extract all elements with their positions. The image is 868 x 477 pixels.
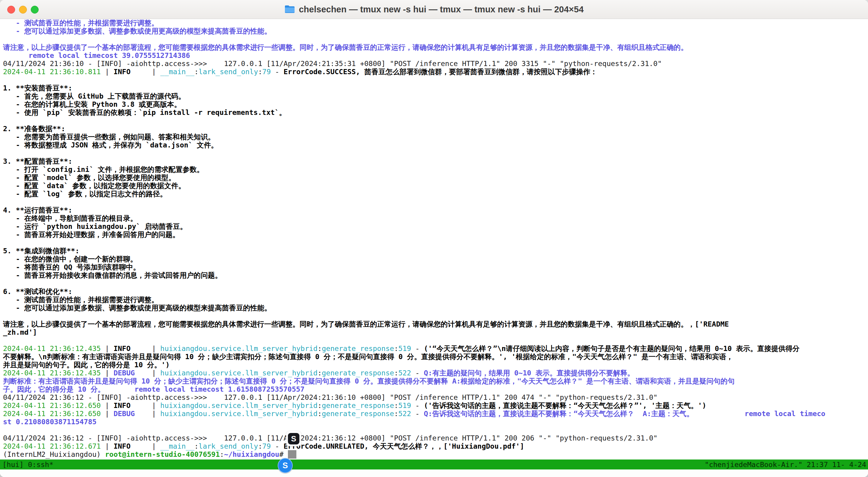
terminal-text-segment: 并且是疑问句的句子。因此，它的得分是 10 分。'): [3, 361, 169, 369]
terminal-text-segment: lark_send_only: [198, 68, 258, 76]
terminal-text-segment: #: [279, 450, 283, 458]
terminal-line: 2024-04-11 21:36:12.671 | INFO | __main_…: [3, 442, 868, 450]
close-button[interactable]: [7, 6, 15, 13]
terminal-line: 3. **配置茴香豆**:: [3, 158, 868, 166]
tmux-session-label: [hui] 0:ssh*: [0, 461, 54, 469]
sogou-input-indicator[interactable]: S: [286, 431, 301, 446]
terminal-text-segment: remote local timeco: [745, 409, 826, 418]
terminal-text-segment: huixiangdou.service.llm_server_hybrid: [160, 401, 317, 410]
terminal-line: 5. **集成到微信群**:: [3, 247, 868, 255]
terminal-text-segment: - 配置 `data` 参数，以指定您要使用的数据文件。: [3, 181, 185, 190]
terminal-text-segment: 2024-04-11 21:36:12.650: [3, 409, 101, 418]
terminal-text-segment: |: [148, 401, 160, 410]
terminal-line: 2024-04-11 21:36:12.435 | DEBUG | huixia…: [3, 369, 868, 377]
terminal-line: - 在您的计算机上安装 Python 3.8 或更高版本。: [3, 100, 868, 108]
terminal-line: 请注意，以上步骤仅提供了一个基本的部署流程，您可能需要根据您的具体需求进行一些调…: [3, 320, 868, 328]
terminal-text-segment: - 配置 `model` 参数，以选择您要使用的模型。: [3, 173, 175, 182]
terminal-text-segment: Q:告诉我这句话的主题，直接说主题不要解释：“今天天气怎么样？ A:主题：天气。: [424, 409, 693, 418]
terminal-text-segment: st 0.21080803871154785: [3, 418, 97, 426]
terminal-text-segment: |: [148, 409, 160, 418]
terminal-line: - 茴香豆将开始处理数据，并准备回答用户的问题。: [3, 231, 868, 239]
terminal-text-segment: ~/huixiangdou: [224, 450, 279, 458]
terminal-text-segment: :: [258, 68, 262, 76]
terminal-text-segment: 522: [398, 369, 411, 377]
titlebar[interactable]: chelsechen — tmux new -s hui — tmux — tm…: [0, 0, 868, 19]
terminal-text-segment: - 在您的计算机上安装 Python 3.8 或更高版本。: [3, 100, 181, 108]
terminal-text-segment: - 茴香豆将开始处理数据，并准备回答用户的问题。: [3, 230, 180, 239]
terminal-content[interactable]: - 测试茴香豆的性能，并根据需要进行调整。 - 您可以通过添加更多数据、调整参数…: [0, 19, 868, 459]
terminal-line: 6. **测试和优化**:: [3, 287, 868, 296]
terminal-line: _zh.md']: [3, 328, 868, 337]
terminal-line: - 茴香豆将开始接收来自微信群的消息，并尝试回答用户的问题。: [3, 271, 868, 279]
terminal-text-segment: INFO: [114, 442, 148, 450]
terminal-text-segment: 04/11/2024 21:36:10 - [INFO] -aiohttp.ac…: [3, 59, 662, 68]
terminal-text-segment: - 测试茴香豆的性能，并根据需要进行调整。: [3, 296, 158, 304]
tmux-statusbar: [hui] 0:ssh* "chenjiedeMacBook-Air." 21:…: [0, 459, 868, 470]
terminal-text-segment: remote local timecost 39.0755512714386: [3, 51, 190, 60]
terminal-text-segment: :: [394, 344, 398, 353]
terminal-text-segment: 判断标准：有主语谓语宾语并且是疑问句得 10 分；缺少主谓宾扣分；陈述句直接得 …: [3, 377, 735, 385]
terminal-text-segment: 2024-04-11 21:36:12.650: [3, 401, 101, 410]
terminal-text-segment: :: [394, 409, 398, 418]
terminal-text-segment: [105, 385, 134, 394]
terminal-text-segment: _zh.md']: [3, 328, 37, 337]
terminal-line: - 您可以通过添加更多数据、调整参数或使用更高级的模型来提高茴香豆的性能。: [3, 27, 868, 35]
terminal-text-segment: 请注意，以上步骤仅提供了一个基本的部署流程，您可能需要根据您的具体需求进行一些调…: [3, 43, 688, 52]
terminal-text-segment: ('告诉我这句话的主题，直接说主题不要解释：“今天天气怎么样？”', '主题：天…: [424, 401, 706, 410]
terminal-line: 判断标准：有主语谓语宾语并且是疑问句得 10 分；缺少主谓宾扣分；陈述句直接得 …: [3, 377, 868, 385]
terminal-line: 4. **运行茴香豆**:: [3, 206, 868, 214]
terminal-text-segment: - 您可以通过添加更多数据、调整参数或使用更高级的模型来提高茴香豆的性能。: [3, 304, 271, 312]
terminal-text-segment: 4. **运行茴香豆**:: [3, 206, 72, 214]
terminal-line: - 运行 `python huixiangdou.py` 启动茴香豆。: [3, 223, 868, 231]
terminal-text-segment: -: [271, 68, 283, 76]
terminal-text-segment: |: [101, 68, 114, 76]
terminal-line: 并且是疑问句的句子。因此，它的得分是 10 分。'): [3, 361, 868, 369]
terminal-line: 2024-04-11 21:36:12.650 | DEBUG | huixia…: [3, 410, 868, 418]
terminal-text-segment: :: [194, 68, 198, 76]
terminal-text-segment: -: [411, 344, 424, 353]
terminal-line: [3, 239, 868, 247]
terminal-text-segment: :: [258, 442, 262, 450]
terminal-line: - 将茴香豆的 QQ 号添加到该群聊中。: [3, 263, 868, 271]
terminal-line: 04/11/2024 21:36:12 - [INFO] -aiohttp.ac…: [3, 394, 868, 402]
terminal-line: [3, 35, 868, 43]
terminal-text-segment: 1. **安装茴香豆**:: [3, 84, 72, 92]
terminal-text-segment: 2024-04-11 21:36:10.811: [3, 68, 101, 76]
terminal-line: 2024-04-11 21:36:10.811 | INFO | __main_…: [3, 68, 868, 76]
minimize-button[interactable]: [19, 6, 27, 13]
terminal-line: [3, 279, 868, 287]
terminal-text-segment: :: [317, 401, 322, 410]
terminal-text-segment: DEBUG: [114, 369, 148, 377]
terminal-line: - 配置 `log` 参数，以指定日志文件的路径。: [3, 190, 868, 198]
terminal-text-segment: lark_send_only: [198, 442, 258, 450]
terminal-text-segment: |: [148, 68, 160, 76]
sogou-blue-icon[interactable]: S: [278, 458, 293, 473]
terminal-line: [3, 117, 868, 125]
terminal-line: - 首先，您需要从 GitHub 上下载茴香豆的源代码。: [3, 92, 868, 100]
terminal-line: - 测试茴香豆的性能，并根据需要进行调整。: [3, 19, 868, 27]
terminal-text-segment: ErrorCode.SUCCESS, 茴香豆怎么部署到微信群，要部署茴香豆到微信…: [284, 68, 597, 76]
terminal-text-segment: 子。因此，它的得分是 10 分。: [3, 385, 105, 394]
terminal-line: 不要解释。\n判断标准：有主语谓语宾语并且是疑问句得 10 分；缺少主谓宾扣分；…: [3, 353, 868, 361]
window-title-text: chelsechen — tmux new -s hui — tmux — tm…: [299, 4, 584, 14]
terminal-line: - 配置 `data` 参数，以指定您要使用的数据文件。: [3, 182, 868, 190]
terminal-text-segment: ErrorCode.UNRELATED, 今天天气怎么样？，，['Huixian…: [284, 442, 524, 450]
terminal-line: 04/11/2024 21:36:10 - [INFO] -aiohttp.ac…: [3, 60, 868, 68]
terminal-text-segment: generate_response: [322, 401, 394, 410]
terminal-text-segment: :: [317, 344, 322, 353]
terminal-text-segment: Q:有主题的疑问句，结果用 0~10 表示。直接提供得分不要解释。: [424, 369, 634, 377]
terminal-text-segment: - 测试茴香豆的性能，并根据需要进行调整。: [3, 19, 158, 27]
terminal-text-segment: - 茴香豆将开始接收来自微信群的消息，并尝试回答用户的问题。: [3, 271, 222, 279]
terminal-text-segment: 79: [262, 442, 271, 450]
terminal-text-segment: - 您需要为茴香豆提供一些数据，例如问题、答案和相关知识。: [3, 133, 215, 141]
terminal-text-segment: [693, 409, 745, 418]
terminal-text-segment: - 打开 `config.ini` 文件，并根据您的需求配置参数。: [3, 165, 204, 174]
terminal-line: - 配置 `model` 参数，以选择您要使用的模型。: [3, 174, 868, 182]
terminal-text-segment: INFO: [114, 68, 148, 76]
terminal-line: 04/11/2024 21:36:12 - [INFO] -aiohttp.ac…: [3, 434, 868, 442]
terminal-line: 子。因此，它的得分是 10 分。 remote local timecost 1…: [3, 385, 868, 394]
terminal-text-segment: 519: [398, 401, 411, 410]
zoom-button[interactable]: [31, 6, 39, 13]
terminal-text-segment: -: [411, 409, 424, 418]
sogou-dark-icon[interactable]: S: [288, 433, 300, 444]
